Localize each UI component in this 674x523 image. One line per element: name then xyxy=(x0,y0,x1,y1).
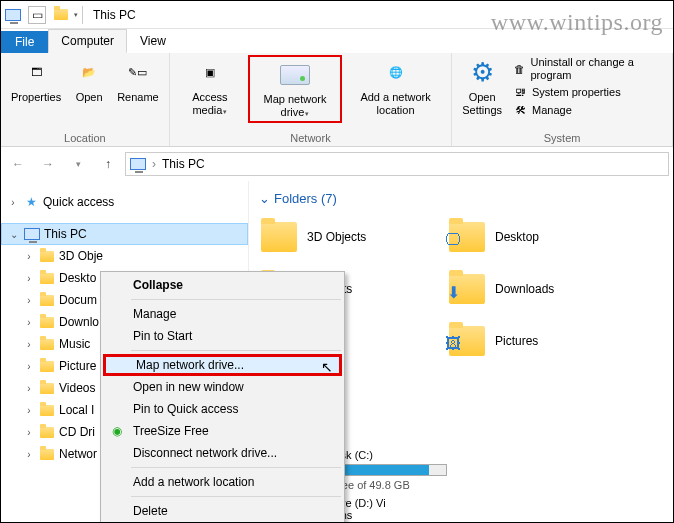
nav-item-label: Local I xyxy=(59,403,94,417)
folder-label: Downloads xyxy=(495,282,554,296)
expand-icon[interactable]: › xyxy=(23,427,35,438)
ctx-delete[interactable]: Delete xyxy=(103,500,342,522)
ctx-pin-quick-access[interactable]: Pin to Quick access xyxy=(103,398,342,420)
chevron-down-icon[interactable]: ⌄ xyxy=(259,191,270,206)
folder-item[interactable]: 🖵Desktop xyxy=(447,214,627,260)
folder-icon: 🖼 xyxy=(447,321,487,361)
nav-item-label: Videos xyxy=(59,381,95,395)
nav-quick-access[interactable]: › ★ Quick access xyxy=(1,191,248,213)
manage-icon: 🛠 xyxy=(512,102,528,118)
add-location-label: Add a network location xyxy=(350,91,441,117)
nav-item[interactable]: ›3D Obje xyxy=(1,245,248,267)
nav-forward-button[interactable]: → xyxy=(35,151,61,177)
group-label-system: System xyxy=(544,132,581,144)
ribbon-group-system: ⚙ Open Settings 🗑Uninstall or change a p… xyxy=(452,53,673,146)
folder-icon xyxy=(259,217,299,257)
folder-icon xyxy=(39,248,55,264)
expand-icon[interactable]: › xyxy=(23,339,35,350)
title-bar: ▭ ▾ This PC xyxy=(1,1,673,29)
expand-icon[interactable]: › xyxy=(23,449,35,460)
open-settings-label: Open Settings xyxy=(462,91,502,117)
tab-computer[interactable]: Computer xyxy=(48,29,127,53)
rename-button[interactable]: ✎▭ Rename xyxy=(111,55,165,106)
expand-icon[interactable]: › xyxy=(23,383,35,394)
address-text[interactable]: This PC xyxy=(162,157,205,171)
expand-icon[interactable]: › xyxy=(23,295,35,306)
folder-icon: 🖵 xyxy=(447,217,487,257)
access-media-button[interactable]: ▣ Access media▾ xyxy=(174,55,246,119)
ctx-manage[interactable]: Manage xyxy=(103,303,342,325)
open-label: Open xyxy=(76,91,103,104)
tab-view[interactable]: View xyxy=(127,29,179,53)
quick-access-label: Quick access xyxy=(43,195,114,209)
folder-icon xyxy=(39,424,55,440)
properties-icon: 🗔 xyxy=(20,57,52,89)
folders-header[interactable]: ⌄ Folders (7) xyxy=(259,191,673,206)
expand-icon[interactable]: › xyxy=(7,197,19,208)
open-settings-button[interactable]: ⚙ Open Settings xyxy=(456,55,508,119)
access-media-label: Access media▾ xyxy=(180,91,240,117)
expand-icon[interactable]: › xyxy=(23,317,35,328)
nav-item-label: Picture xyxy=(59,359,96,373)
ribbon-group-network: ▣ Access media▾ Map network drive▾ 🌐 Add… xyxy=(170,53,453,146)
sysprops-label: System properties xyxy=(532,86,621,99)
ctx-add-network-location[interactable]: Add a network location xyxy=(103,471,342,493)
expand-icon[interactable]: › xyxy=(23,273,35,284)
nav-item-label: Networ xyxy=(59,447,97,461)
expand-icon[interactable]: › xyxy=(23,251,35,262)
properties-button[interactable]: 🗔 Properties xyxy=(5,55,67,106)
window-title: This PC xyxy=(93,8,136,22)
map-drive-icon xyxy=(279,59,311,91)
nav-back-button[interactable]: ← xyxy=(5,151,31,177)
nav-item-label: 3D Obje xyxy=(59,249,103,263)
uninstall-label: Uninstall or change a program xyxy=(531,56,665,82)
nav-up-button[interactable]: ↑ xyxy=(95,151,121,177)
folder-item[interactable]: ⬇Downloads xyxy=(447,266,627,312)
folder-item[interactable]: 🖼Pictures xyxy=(447,318,627,364)
nav-recent-button[interactable]: ▾ xyxy=(65,151,91,177)
ctx-map-network-drive[interactable]: Map network drive... ↖ xyxy=(103,354,342,376)
collapse-icon[interactable]: ⌄ xyxy=(8,229,20,240)
cursor-icon: ↖ xyxy=(321,359,333,375)
this-pc-label: This PC xyxy=(44,227,87,241)
separator xyxy=(131,496,341,497)
rename-label: Rename xyxy=(117,91,159,104)
system-properties-button[interactable]: 🖳System properties xyxy=(508,83,668,101)
manage-button[interactable]: 🛠Manage xyxy=(508,101,668,119)
folder-item[interactable]: 3D Objects xyxy=(259,214,439,260)
open-icon: 📂 xyxy=(73,57,105,89)
pc-icon xyxy=(24,226,40,242)
separator xyxy=(131,467,341,468)
open-button[interactable]: 📂 Open xyxy=(67,55,111,106)
ctx-treesize[interactable]: ◉ TreeSize Free xyxy=(103,420,342,442)
folder-label: Pictures xyxy=(495,334,538,348)
media-icon: ▣ xyxy=(194,57,226,89)
folder-icon xyxy=(39,314,55,330)
settings-icon: ⚙ xyxy=(466,57,498,89)
expand-icon[interactable]: › xyxy=(23,405,35,416)
map-network-drive-button[interactable]: Map network drive▾ xyxy=(248,55,342,123)
tab-file[interactable]: File xyxy=(1,31,48,53)
qat-newfolder-icon[interactable] xyxy=(52,6,70,24)
add-network-location-button[interactable]: 🌐 Add a network location xyxy=(344,55,447,119)
qat-customize-icon[interactable]: ▾ xyxy=(74,11,78,19)
folders-header-label: Folders (7) xyxy=(274,191,337,206)
group-label-location: Location xyxy=(64,132,106,144)
ctx-open-new-window[interactable]: Open in new window xyxy=(103,376,342,398)
uninstall-button[interactable]: 🗑Uninstall or change a program xyxy=(508,55,668,83)
nav-item-label: Deskto xyxy=(59,271,96,285)
manage-label: Manage xyxy=(532,104,572,117)
chevron-right-icon[interactable]: › xyxy=(152,157,156,171)
rename-icon: ✎▭ xyxy=(122,57,154,89)
address-bar[interactable]: › This PC xyxy=(125,152,669,176)
ctx-pin-start[interactable]: Pin to Start xyxy=(103,325,342,347)
ribbon-tabs: File Computer View xyxy=(1,29,673,53)
ctx-collapse[interactable]: Collapse xyxy=(103,274,342,296)
expand-icon[interactable]: › xyxy=(23,361,35,372)
qat-properties-icon[interactable]: ▭ xyxy=(28,6,46,24)
uninstall-icon: 🗑 xyxy=(512,61,527,77)
nav-this-pc[interactable]: ⌄ This PC xyxy=(1,223,248,245)
nav-item-label: Downlo xyxy=(59,315,99,329)
ctx-map-label: Map network drive... xyxy=(136,358,244,372)
ctx-disconnect-drive[interactable]: Disconnect network drive... xyxy=(103,442,342,464)
